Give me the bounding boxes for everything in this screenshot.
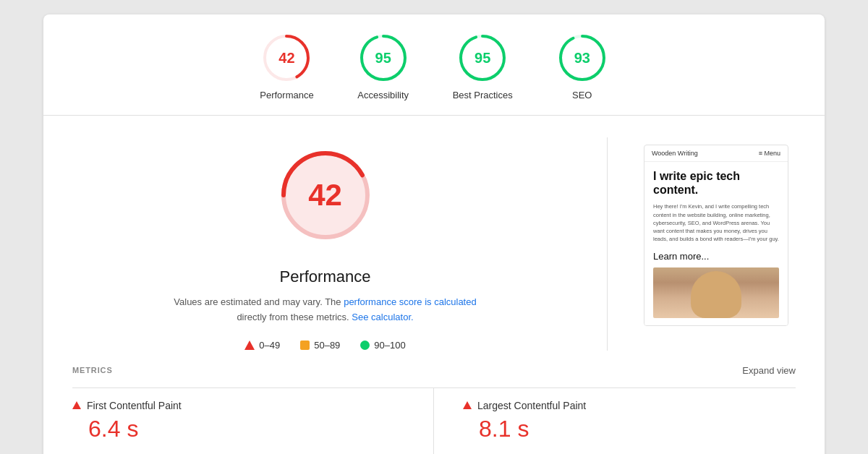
preview-image: [653, 267, 779, 318]
metrics-grid: First Contentful Paint 6.4 s Largest Con…: [72, 387, 796, 454]
preview-learn-more: Learn more...: [653, 251, 779, 262]
accessibility-score: 95: [375, 50, 391, 67]
expand-view-button[interactable]: Expand view: [742, 365, 796, 376]
lcp-warning-icon: [463, 401, 472, 409]
best-practices-label: Best Practices: [453, 90, 513, 100]
preview-site-name: Wooden Writing: [652, 150, 698, 157]
desc-middle: directly from these metrics.: [237, 312, 352, 322]
metric-label-row-fcp: First Contentful Paint: [72, 400, 412, 411]
preview-body-text: Hey there! I'm Kevin, and I write compel…: [653, 202, 779, 243]
calculator-link[interactable]: See calculator.: [352, 312, 413, 322]
main-content: 42 Performance Values are estimated and …: [43, 116, 825, 351]
seo-score: 93: [574, 50, 590, 67]
desc-before: Values are estimated and may vary. The: [174, 296, 344, 307]
performance-label: Performance: [260, 90, 313, 100]
triangle-icon: [244, 340, 255, 350]
fcp-warning-icon: [72, 401, 81, 409]
lcp-value: 8.1 s: [463, 416, 796, 442]
legend-item-high: 90–100: [360, 340, 405, 351]
score-bar: 42 Performance 95 Accessibility: [43, 14, 825, 116]
metrics-title: METRICS: [72, 366, 113, 374]
metric-label-row-lcp: Largest Contentful Paint: [463, 400, 796, 411]
lcp-label: Largest Contentful Paint: [477, 400, 586, 411]
seo-label: SEO: [572, 90, 592, 100]
legend-range-mid: 50–89: [314, 340, 340, 351]
face-illustration: [691, 271, 741, 318]
score-item-seo: 93 SEO: [556, 32, 608, 100]
legend-range-high: 90–100: [374, 340, 405, 351]
website-preview: Wooden Writing ≡ Menu I write epic tech …: [644, 145, 788, 326]
accessibility-circle: 95: [357, 32, 409, 84]
fcp-label: First Contentful Paint: [87, 400, 182, 411]
preview-header: Wooden Writing ≡ Menu: [644, 145, 788, 162]
metric-item-lcp: Largest Contentful Paint 8.1 s: [434, 388, 796, 454]
seo-circle: 93: [556, 32, 608, 84]
preview-headline: I write epic tech content.: [653, 169, 779, 197]
legend: 0–49 50–89 90–100: [244, 340, 405, 351]
metrics-section: METRICS Expand view First Contentful Pai…: [43, 351, 825, 454]
circle-icon: [360, 340, 370, 350]
square-icon: [300, 340, 310, 350]
score-item-performance: 42 Performance: [260, 32, 313, 100]
main-card: 42 Performance 95 Accessibility: [43, 14, 825, 454]
big-performance-score: 42: [308, 178, 342, 213]
preview-body: I write epic tech content. Hey there! I'…: [644, 162, 788, 325]
score-item-best-practices: 95 Best Practices: [453, 32, 513, 100]
metrics-header: METRICS Expand view: [72, 365, 796, 376]
metric-item-fcp: First Contentful Paint 6.4 s: [72, 388, 434, 454]
legend-item-mid: 50–89: [300, 340, 340, 351]
right-panel: Wooden Writing ≡ Menu I write epic tech …: [637, 137, 796, 351]
score-item-accessibility: 95 Accessibility: [357, 32, 409, 100]
best-practices-circle: 95: [456, 32, 509, 84]
legend-range-low: 0–49: [259, 340, 280, 351]
legend-item-low: 0–49: [244, 340, 280, 351]
fcp-value: 6.4 s: [72, 416, 412, 442]
performance-title: Performance: [280, 267, 371, 286]
performance-score: 42: [278, 50, 294, 67]
big-gauge: 42: [268, 137, 383, 253]
preview-menu: ≡ Menu: [759, 150, 780, 157]
vertical-divider: [607, 137, 608, 351]
left-panel: 42 Performance Values are estimated and …: [72, 137, 578, 351]
performance-circle: 42: [260, 32, 312, 84]
best-practices-score: 95: [475, 50, 490, 67]
perf-score-link[interactable]: performance score is calculated: [344, 296, 477, 307]
accessibility-label: Accessibility: [357, 90, 409, 100]
performance-description: Values are estimated and may vary. The p…: [174, 295, 477, 325]
